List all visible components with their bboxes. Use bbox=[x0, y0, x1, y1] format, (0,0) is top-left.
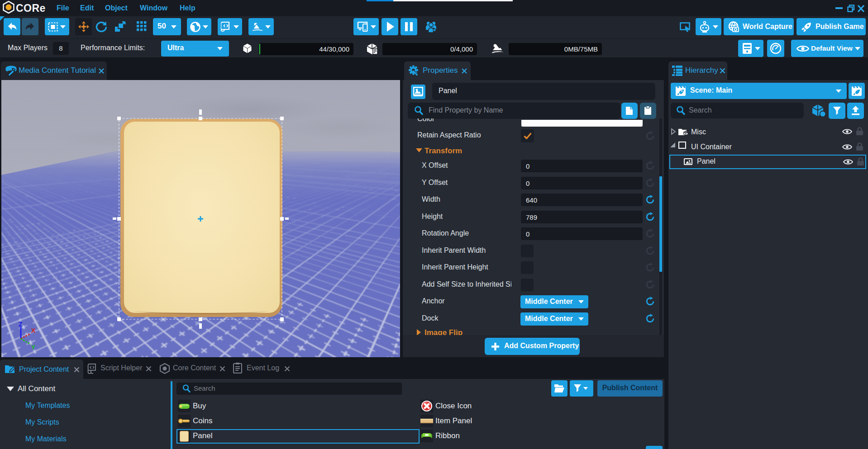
svg-text:Z: Z bbox=[19, 321, 23, 328]
svg-text:Y: Y bbox=[31, 344, 36, 350]
svg-text:X: X bbox=[31, 327, 36, 334]
